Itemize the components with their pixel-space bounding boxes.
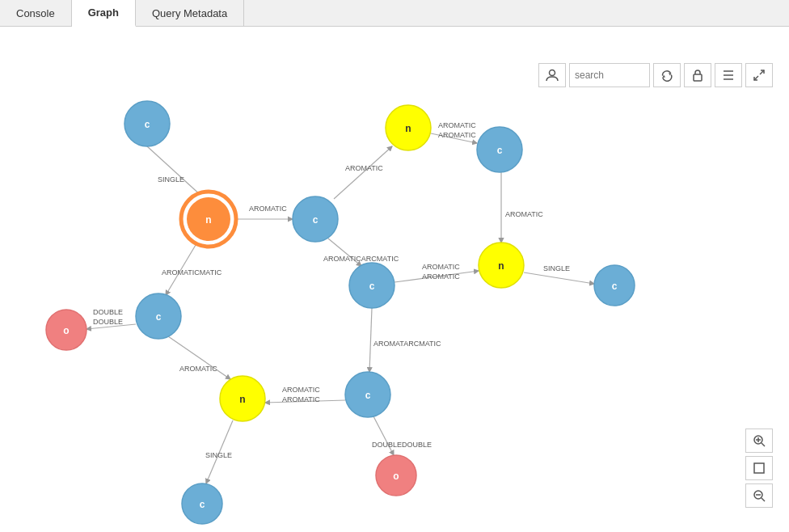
svg-text:AROMATIC: AROMATIC [438, 121, 476, 129]
svg-text:AROMATIC: AROMATIC [179, 365, 217, 373]
user-icon [546, 69, 559, 82]
lock-icon [692, 69, 703, 82]
svg-text:AROMATIC: AROMATIC [505, 210, 543, 218]
svg-text:AROMATICMATIC: AROMATICMATIC [162, 268, 222, 277]
svg-text:c: c [365, 390, 371, 401]
svg-text:n: n [498, 260, 504, 272]
svg-text:o: o [63, 325, 69, 336]
fit-icon [753, 462, 766, 475]
list-icon [722, 70, 735, 81]
svg-text:c: c [313, 214, 319, 226]
svg-text:c: c [145, 119, 150, 130]
svg-text:c: c [200, 499, 205, 510]
svg-text:AROMATIC: AROMATIC [249, 205, 287, 213]
svg-line-24 [369, 308, 372, 372]
search-input[interactable] [569, 63, 650, 87]
svg-text:n: n [205, 214, 211, 226]
svg-line-20 [334, 146, 392, 199]
svg-text:AROMATIC: AROMATIC [282, 395, 320, 403]
svg-text:SINGLE: SINGLE [543, 264, 570, 272]
expand-button[interactable] [745, 63, 773, 87]
zoom-out-icon [753, 489, 766, 502]
toolbar [538, 63, 773, 87]
svg-text:c: c [612, 281, 618, 292]
svg-line-58 [762, 443, 765, 446]
svg-text:SINGLE: SINGLE [205, 451, 232, 459]
zoom-in-button[interactable] [745, 429, 773, 453]
svg-text:DOUBLEDOUBLE: DOUBLEDOUBLE [372, 441, 432, 449]
svg-text:AROMATARCMATIC: AROMATARCMATIC [373, 340, 441, 348]
svg-text:c: c [497, 145, 503, 156]
svg-text:c: c [369, 281, 375, 292]
svg-text:AROMATIC: AROMATIC [345, 164, 383, 172]
zoom-out-button[interactable] [745, 483, 773, 508]
svg-text:SINGLE: SINGLE [158, 175, 184, 184]
svg-line-32 [373, 416, 394, 455]
svg-line-63 [762, 498, 765, 501]
svg-text:AROMATIC: AROMATIC [438, 131, 476, 139]
svg-text:AROMATIC: AROMATIC [422, 263, 460, 271]
user-icon-button[interactable] [538, 63, 566, 87]
expand-icon [753, 69, 766, 82]
svg-text:AROMATICARCMATIC: AROMATICARCMATIC [323, 255, 399, 263]
zoom-in-icon [753, 434, 766, 447]
lock-button[interactable] [684, 63, 711, 87]
svg-line-41 [524, 272, 594, 284]
svg-text:DOUBLE: DOUBLE [93, 308, 123, 316]
tab-graph[interactable]: Graph [72, 0, 136, 27]
svg-point-0 [550, 70, 555, 76]
svg-text:AROMATIC: AROMATIC [282, 386, 320, 394]
svg-rect-3 [694, 74, 702, 81]
tab-query-metadata[interactable]: Query Metadata [136, 0, 244, 26]
svg-rect-61 [754, 463, 764, 473]
svg-text:o: o [393, 471, 399, 482]
refresh-icon [660, 69, 673, 82]
list-button[interactable] [715, 63, 742, 87]
svg-text:c: c [156, 311, 162, 323]
svg-text:DOUBLE: DOUBLE [93, 318, 123, 326]
tab-console[interactable]: Console [0, 0, 72, 26]
svg-text:n: n [239, 394, 245, 405]
fit-button[interactable] [745, 456, 773, 480]
refresh-button[interactable] [653, 63, 681, 87]
tabs-bar: Console Graph Query Metadata [0, 0, 789, 27]
svg-line-18 [168, 336, 230, 379]
svg-text:AROMATIC: AROMATIC [422, 272, 460, 281]
graph-area: SINGLE AROMATIC AROMATICMATIC DOUBLE DOU… [0, 27, 789, 532]
zoom-controls [745, 429, 773, 508]
svg-line-9 [147, 146, 202, 196]
svg-text:n: n [405, 123, 411, 134]
graph-svg[interactable]: SINGLE AROMATIC AROMATICMATIC DOUBLE DOU… [0, 27, 789, 532]
